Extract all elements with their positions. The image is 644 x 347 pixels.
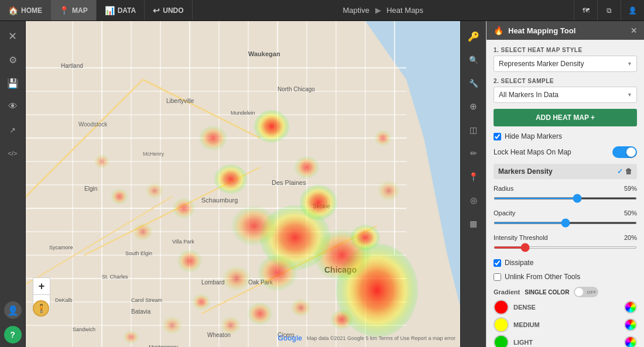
lock-toggle[interactable]: ON [612, 146, 637, 158]
svg-point-77 [145, 183, 164, 199]
light-row: LIGHT [494, 335, 637, 347]
svg-point-80 [123, 330, 139, 344]
unlink-label: Unlink From Other Tools [505, 273, 580, 281]
panel-header: 🔥 Heat Mapping Tool ✕ [487, 21, 644, 40]
gradient-toggle-text: OFF [587, 290, 596, 295]
svg-point-70 [94, 154, 110, 169]
close-panel-icon[interactable]: ✕ [2, 26, 23, 47]
app-title: Maptive ▶ Heat Maps [193, 6, 574, 15]
sidebar-item-settings[interactable]: ⚙ [2, 49, 23, 70]
density-check-icon[interactable]: ✓ [617, 167, 623, 176]
toggle-knob [626, 147, 636, 157]
intensity-value: 20% [624, 234, 637, 241]
dissipate-label: Dissipate [505, 259, 533, 267]
zoom-in-button[interactable]: + [33, 278, 50, 294]
sidebar-item-draw[interactable]: ✏ [463, 143, 484, 164]
svg-point-73 [247, 302, 273, 325]
map-button[interactable]: 📍 MAP [51, 0, 97, 20]
svg-text:Carol Stream: Carol Stream [131, 297, 162, 303]
medium-color-picker[interactable] [624, 318, 637, 331]
map-nav-icon[interactable]: 🗺 [574, 0, 597, 20]
sidebar-item-pin[interactable]: 📍 [463, 166, 484, 187]
radius-slider[interactable] [494, 197, 637, 200]
sidebar-item-layers2[interactable]: ◫ [463, 119, 484, 140]
sidebar-item-save[interactable]: 💾 [2, 73, 23, 94]
opacity-label: Opacity [494, 209, 515, 217]
home-icon: 🏠 [8, 6, 18, 15]
data-icon: 📊 [105, 6, 115, 15]
sidebar-item-zoom[interactable]: 🔍 [463, 49, 484, 70]
section1-label: 1. SELECT HEAT MAP STYLE [494, 47, 637, 53]
undo-button[interactable]: ↩ UNDO [145, 0, 192, 20]
svg-text:Montgomery: Montgomery [149, 344, 179, 347]
intensity-label-row: Intensity Threshold 20% [494, 234, 637, 241]
medium-swatch[interactable] [494, 317, 509, 332]
user-nav-icon[interactable]: 👤 [621, 0, 644, 20]
svg-point-65 [257, 254, 298, 291]
data-button[interactable]: 📊 DATA [97, 0, 145, 20]
dense-color-picker[interactable] [624, 301, 637, 314]
section1: 1. SELECT HEAT MAP STYLE Represents Mark… [494, 47, 637, 72]
medium-row: MEDIUM [494, 317, 637, 332]
layers-nav-icon[interactable]: ⧉ [597, 0, 621, 20]
gradient-section: Gradient SINGLE COLOR OFF DENSE ME [494, 287, 637, 347]
light-color-picker[interactable] [624, 336, 637, 347]
sidebar-item-tools[interactable]: 🔧 [463, 73, 484, 94]
svg-text:Elgin: Elgin [84, 185, 97, 192]
opacity-label-row: Opacity 50% [494, 209, 637, 217]
density-actions: ✓ 🗑 [617, 167, 632, 176]
intensity-slider[interactable] [494, 246, 637, 249]
unlink-checkbox[interactable] [494, 273, 501, 281]
user-avatar[interactable]: 👤 [4, 301, 22, 319]
dissipate-checkbox[interactable] [494, 259, 501, 267]
gradient-toggle[interactable]: OFF [574, 287, 598, 297]
svg-text:Sandwich: Sandwich [73, 327, 95, 332]
sidebar-item-key[interactable]: 🔑 [463, 26, 484, 47]
flame-icon: 🔥 [494, 26, 503, 35]
style-select[interactable]: Represents Marker Density [494, 56, 637, 72]
gradient-label: Gradient [494, 288, 520, 296]
svg-point-76 [172, 198, 196, 219]
svg-point-81 [377, 180, 400, 201]
sidebar-item-share[interactable]: ↗ [2, 119, 23, 140]
sidebar-item-embed[interactable]: </> [2, 143, 23, 164]
topnav: 🏠 HOME 📍 MAP 📊 DATA ↩ UNDO Maptive ▶ Hea… [0, 0, 644, 21]
opacity-slider[interactable] [494, 222, 637, 224]
dense-label: DENSE [513, 304, 619, 311]
light-label: LIGHT [513, 339, 619, 346]
hide-markers-label: Hide Map Markers [505, 132, 562, 140]
svg-point-64 [300, 185, 337, 220]
svg-text:Batavia: Batavia [131, 308, 151, 315]
svg-text:Villa Park: Villa Park [172, 239, 194, 245]
hide-markers-checkbox[interactable] [494, 133, 501, 140]
sidebar-item-table[interactable]: ▦ [463, 213, 484, 234]
sidebar-item-crosshair[interactable]: ⊕ [463, 96, 484, 117]
add-heat-map-button[interactable]: ADD HEAT MAP + [494, 109, 637, 126]
svg-point-67 [177, 249, 203, 273]
svg-text:Libertyville: Libertyville [166, 98, 194, 104]
dense-swatch[interactable] [494, 300, 509, 315]
radius-label: Radius [494, 185, 513, 192]
svg-text:Woodstock: Woodstock [78, 121, 108, 128]
gradient-toggle-knob [575, 288, 583, 296]
svg-text:South Elgin: South Elgin [125, 250, 152, 256]
svg-text:Waukegan: Waukegan [248, 50, 280, 57]
sample-select[interactable]: All Markers In Data [494, 87, 637, 103]
right-sidebar: 🔑 🔍 🔧 ⊕ ◫ ✏ 📍 ◎ ▦ [460, 21, 486, 347]
svg-point-75 [351, 225, 380, 250]
panel-body: 1. SELECT HEAT MAP STYLE Represents Mark… [487, 40, 644, 347]
single-color-label: SINGLE COLOR [525, 289, 569, 296]
home-button[interactable]: 🏠 HOME [0, 0, 51, 20]
street-view-icon[interactable]: 🧍 [33, 300, 49, 317]
help-button[interactable]: ? [4, 326, 22, 343]
intensity-label: Intensity Threshold [494, 234, 548, 241]
density-delete-icon[interactable]: 🗑 [625, 167, 632, 176]
map-footer: Google Map data ©2021 Google 5 km Terms … [278, 334, 455, 342]
sidebar-item-view[interactable]: 👁 [2, 96, 23, 117]
gradient-header: Gradient SINGLE COLOR OFF [494, 287, 637, 297]
sidebar-item-location[interactable]: ◎ [463, 190, 484, 211]
map-area[interactable]: Woodstock McHenry Waukegan North Chicago… [26, 21, 460, 347]
panel-close-button[interactable]: ✕ [631, 26, 637, 35]
light-swatch[interactable] [494, 335, 509, 347]
svg-text:Des Plaines: Des Plaines [272, 179, 306, 186]
